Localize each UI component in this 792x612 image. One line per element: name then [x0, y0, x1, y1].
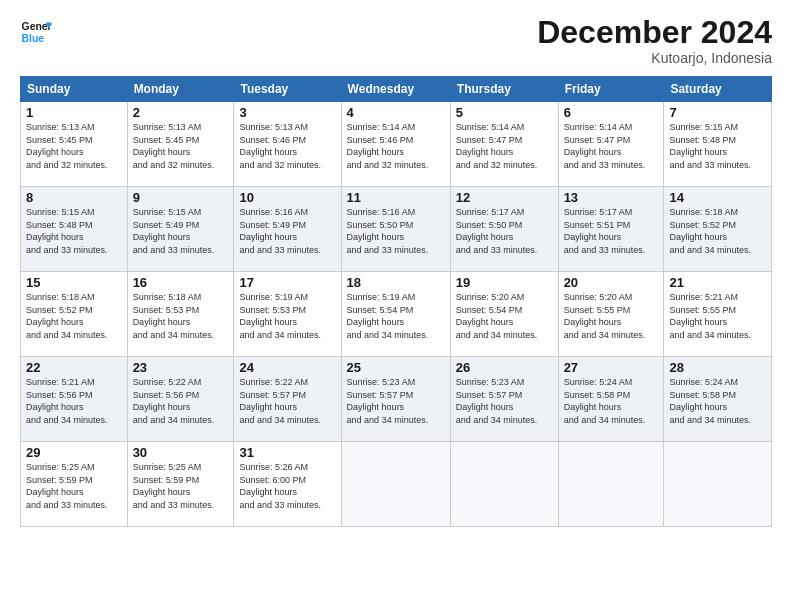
day-info: Sunrise: 5:25 AMSunset: 5:59 PMDaylight … [26, 461, 122, 511]
day-info: Sunrise: 5:15 AMSunset: 5:48 PMDaylight … [669, 121, 766, 171]
day-number: 10 [239, 190, 335, 205]
day-header-tuesday: Tuesday [234, 77, 341, 102]
week-row-4: 22Sunrise: 5:21 AMSunset: 5:56 PMDayligh… [21, 357, 772, 442]
day-number: 29 [26, 445, 122, 460]
day-cell-20: 20Sunrise: 5:20 AMSunset: 5:55 PMDayligh… [558, 272, 664, 357]
day-number: 14 [669, 190, 766, 205]
day-cell-31: 31Sunrise: 5:26 AMSunset: 6:00 PMDayligh… [234, 442, 341, 527]
week-row-1: 1Sunrise: 5:13 AMSunset: 5:45 PMDaylight… [21, 102, 772, 187]
day-cell-4: 4Sunrise: 5:14 AMSunset: 5:46 PMDaylight… [341, 102, 450, 187]
day-info: Sunrise: 5:22 AMSunset: 5:56 PMDaylight … [133, 376, 229, 426]
day-number: 24 [239, 360, 335, 375]
day-cell-23: 23Sunrise: 5:22 AMSunset: 5:56 PMDayligh… [127, 357, 234, 442]
day-info: Sunrise: 5:24 AMSunset: 5:58 PMDaylight … [564, 376, 659, 426]
day-info: Sunrise: 5:13 AMSunset: 5:46 PMDaylight … [239, 121, 335, 171]
day-info: Sunrise: 5:14 AMSunset: 5:47 PMDaylight … [564, 121, 659, 171]
day-info: Sunrise: 5:18 AMSunset: 5:52 PMDaylight … [26, 291, 122, 341]
day-number: 20 [564, 275, 659, 290]
day-info: Sunrise: 5:14 AMSunset: 5:46 PMDaylight … [347, 121, 445, 171]
week-row-3: 15Sunrise: 5:18 AMSunset: 5:52 PMDayligh… [21, 272, 772, 357]
day-info: Sunrise: 5:18 AMSunset: 5:52 PMDaylight … [669, 206, 766, 256]
day-number: 27 [564, 360, 659, 375]
day-info: Sunrise: 5:13 AMSunset: 5:45 PMDaylight … [26, 121, 122, 171]
day-cell-24: 24Sunrise: 5:22 AMSunset: 5:57 PMDayligh… [234, 357, 341, 442]
day-header-thursday: Thursday [450, 77, 558, 102]
day-number: 6 [564, 105, 659, 120]
day-number: 7 [669, 105, 766, 120]
day-cell-29: 29Sunrise: 5:25 AMSunset: 5:59 PMDayligh… [21, 442, 128, 527]
day-cell-8: 8Sunrise: 5:15 AMSunset: 5:48 PMDaylight… [21, 187, 128, 272]
day-cell-5: 5Sunrise: 5:14 AMSunset: 5:47 PMDaylight… [450, 102, 558, 187]
svg-text:Blue: Blue [22, 33, 45, 44]
day-number: 21 [669, 275, 766, 290]
day-number: 28 [669, 360, 766, 375]
day-info: Sunrise: 5:24 AMSunset: 5:58 PMDaylight … [669, 376, 766, 426]
day-number: 3 [239, 105, 335, 120]
page: General Blue December 2024 Kutoarjo, Ind… [0, 0, 792, 612]
month-title: December 2024 [537, 16, 772, 48]
day-info: Sunrise: 5:15 AMSunset: 5:48 PMDaylight … [26, 206, 122, 256]
day-number: 4 [347, 105, 445, 120]
day-cell-21: 21Sunrise: 5:21 AMSunset: 5:55 PMDayligh… [664, 272, 772, 357]
week-row-5: 29Sunrise: 5:25 AMSunset: 5:59 PMDayligh… [21, 442, 772, 527]
day-number: 5 [456, 105, 553, 120]
day-number: 18 [347, 275, 445, 290]
day-info: Sunrise: 5:19 AMSunset: 5:54 PMDaylight … [347, 291, 445, 341]
day-info: Sunrise: 5:16 AMSunset: 5:49 PMDaylight … [239, 206, 335, 256]
day-number: 2 [133, 105, 229, 120]
empty-cell [450, 442, 558, 527]
day-number: 30 [133, 445, 229, 460]
day-cell-2: 2Sunrise: 5:13 AMSunset: 5:45 PMDaylight… [127, 102, 234, 187]
day-cell-3: 3Sunrise: 5:13 AMSunset: 5:46 PMDaylight… [234, 102, 341, 187]
day-number: 22 [26, 360, 122, 375]
day-number: 11 [347, 190, 445, 205]
day-cell-9: 9Sunrise: 5:15 AMSunset: 5:49 PMDaylight… [127, 187, 234, 272]
day-number: 13 [564, 190, 659, 205]
location: Kutoarjo, Indonesia [537, 50, 772, 66]
empty-cell [558, 442, 664, 527]
empty-cell [664, 442, 772, 527]
empty-cell [341, 442, 450, 527]
day-header-monday: Monday [127, 77, 234, 102]
day-number: 19 [456, 275, 553, 290]
day-cell-22: 22Sunrise: 5:21 AMSunset: 5:56 PMDayligh… [21, 357, 128, 442]
day-info: Sunrise: 5:21 AMSunset: 5:55 PMDaylight … [669, 291, 766, 341]
day-number: 1 [26, 105, 122, 120]
day-cell-12: 12Sunrise: 5:17 AMSunset: 5:50 PMDayligh… [450, 187, 558, 272]
calendar-table: SundayMondayTuesdayWednesdayThursdayFrid… [20, 76, 772, 527]
logo: General Blue [20, 16, 52, 48]
day-cell-27: 27Sunrise: 5:24 AMSunset: 5:58 PMDayligh… [558, 357, 664, 442]
day-info: Sunrise: 5:21 AMSunset: 5:56 PMDaylight … [26, 376, 122, 426]
day-cell-16: 16Sunrise: 5:18 AMSunset: 5:53 PMDayligh… [127, 272, 234, 357]
day-info: Sunrise: 5:25 AMSunset: 5:59 PMDaylight … [133, 461, 229, 511]
day-number: 25 [347, 360, 445, 375]
day-number: 23 [133, 360, 229, 375]
day-header-friday: Friday [558, 77, 664, 102]
day-info: Sunrise: 5:14 AMSunset: 5:47 PMDaylight … [456, 121, 553, 171]
day-cell-6: 6Sunrise: 5:14 AMSunset: 5:47 PMDaylight… [558, 102, 664, 187]
day-cell-14: 14Sunrise: 5:18 AMSunset: 5:52 PMDayligh… [664, 187, 772, 272]
day-header-saturday: Saturday [664, 77, 772, 102]
day-number: 8 [26, 190, 122, 205]
day-cell-1: 1Sunrise: 5:13 AMSunset: 5:45 PMDaylight… [21, 102, 128, 187]
day-info: Sunrise: 5:18 AMSunset: 5:53 PMDaylight … [133, 291, 229, 341]
title-block: December 2024 Kutoarjo, Indonesia [537, 16, 772, 66]
day-number: 26 [456, 360, 553, 375]
day-header-sunday: Sunday [21, 77, 128, 102]
day-number: 31 [239, 445, 335, 460]
week-row-2: 8Sunrise: 5:15 AMSunset: 5:48 PMDaylight… [21, 187, 772, 272]
day-info: Sunrise: 5:22 AMSunset: 5:57 PMDaylight … [239, 376, 335, 426]
day-info: Sunrise: 5:17 AMSunset: 5:51 PMDaylight … [564, 206, 659, 256]
header: General Blue December 2024 Kutoarjo, Ind… [20, 16, 772, 66]
day-info: Sunrise: 5:20 AMSunset: 5:55 PMDaylight … [564, 291, 659, 341]
day-header-wednesday: Wednesday [341, 77, 450, 102]
day-cell-18: 18Sunrise: 5:19 AMSunset: 5:54 PMDayligh… [341, 272, 450, 357]
logo-icon: General Blue [20, 16, 52, 48]
day-cell-30: 30Sunrise: 5:25 AMSunset: 5:59 PMDayligh… [127, 442, 234, 527]
day-info: Sunrise: 5:15 AMSunset: 5:49 PMDaylight … [133, 206, 229, 256]
day-cell-28: 28Sunrise: 5:24 AMSunset: 5:58 PMDayligh… [664, 357, 772, 442]
day-cell-25: 25Sunrise: 5:23 AMSunset: 5:57 PMDayligh… [341, 357, 450, 442]
day-cell-26: 26Sunrise: 5:23 AMSunset: 5:57 PMDayligh… [450, 357, 558, 442]
day-cell-13: 13Sunrise: 5:17 AMSunset: 5:51 PMDayligh… [558, 187, 664, 272]
day-info: Sunrise: 5:19 AMSunset: 5:53 PMDaylight … [239, 291, 335, 341]
